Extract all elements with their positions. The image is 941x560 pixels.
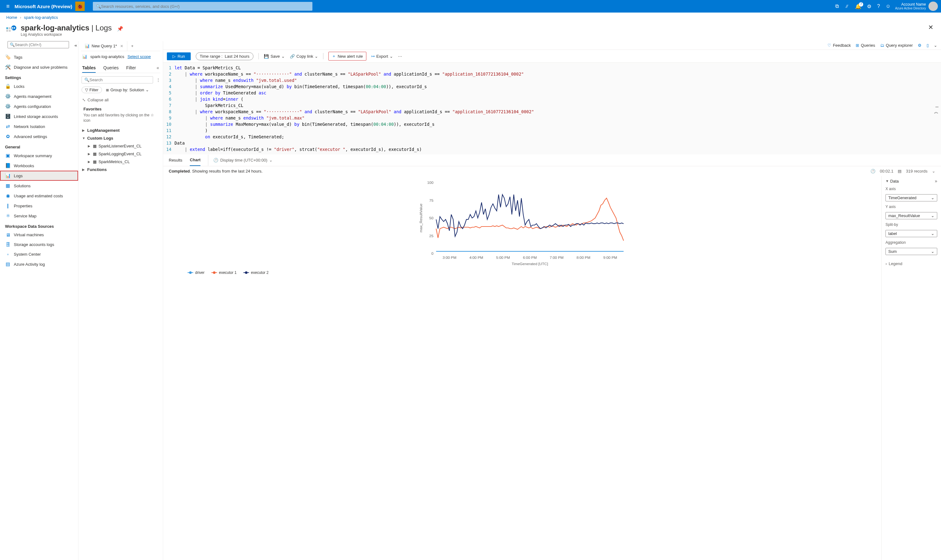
save-button[interactable]: 💾Save ⌄: [264, 54, 285, 58]
sidebar-item-system-center[interactable]: ▫System Center: [0, 249, 78, 259]
chart-container: 02550751003:00 PM4:00 PM5:00 PM6:00 PM7:…: [163, 176, 941, 560]
tab-tables[interactable]: Tables: [82, 63, 96, 73]
sidebar-item-locks[interactable]: 🔒Locks: [0, 81, 78, 91]
display-time-select[interactable]: 🕐Display time (UTC+00:00) ⌄: [208, 155, 272, 166]
tables-search-input[interactable]: [89, 77, 150, 82]
topbar-actions: ⧉ ⫽ 🔔7 ⚙ ? ☺: [835, 3, 890, 9]
breadcrumb-home[interactable]: Home: [6, 15, 17, 20]
svg-rect-2: [9, 27, 11, 29]
directory-filter-icon[interactable]: ⫽: [844, 3, 849, 9]
main: 🔍 « 🏷️Tags🛠️Diagnose and solve problemsS…: [0, 41, 941, 560]
global-search-input[interactable]: [101, 4, 309, 9]
sidebar-item-usage-and-estimated-costs[interactable]: ◉Usage and estimated costs: [0, 191, 78, 201]
query-editor[interactable]: 1234567891011121314 let Data = SparkMetr…: [163, 63, 941, 154]
tree-customlogs[interactable]: ▼Custom Logs: [81, 134, 160, 142]
aggregation-select[interactable]: Sum⌄: [886, 248, 937, 255]
sidebar-item-agents-configuration[interactable]: ⚙️Agents configuration: [0, 102, 78, 111]
gear-icon[interactable]: ⚙: [918, 43, 921, 48]
account-block[interactable]: Account Name Azure Active Directory: [895, 2, 926, 10]
hamburger-icon[interactable]: ≡: [3, 3, 13, 10]
sidebar-item-storage-accounts-logs[interactable]: 🗄Storage accounts logs: [0, 240, 78, 249]
book-icon[interactable]: ▯: [927, 43, 929, 48]
sidebar-item-virtual-machines[interactable]: 🖥Virtual machines: [0, 230, 78, 240]
collapse-config-icon[interactable]: »: [935, 178, 937, 183]
select-scope-link[interactable]: Select scope: [128, 54, 151, 59]
settings-icon[interactable]: ⚙: [867, 3, 871, 9]
new-alert-rule-button[interactable]: ＋New alert rule: [328, 52, 366, 60]
sidebar-item-label: Virtual machines: [14, 232, 44, 237]
query-tab[interactable]: 📊 New Query 1* ✕: [81, 41, 128, 51]
legend-section[interactable]: ›Legend: [886, 262, 937, 266]
sidebar-item-tags[interactable]: 🏷️Tags: [0, 52, 78, 62]
sidebar-item-properties[interactable]: ∥Properties: [0, 201, 78, 211]
y-axis-select[interactable]: max_ResultValue⌄: [886, 212, 937, 219]
search-icon: 🔍: [96, 4, 101, 9]
sidebar-item-diagnose-and-solve-problems[interactable]: 🛠️Diagnose and solve problems: [0, 62, 78, 72]
pin-icon[interactable]: 📌: [117, 26, 123, 31]
collapse-all-button[interactable]: ⤡Collapse all: [81, 96, 160, 104]
svg-text:25: 25: [429, 234, 434, 238]
cloud-shell-icon[interactable]: ⧉: [835, 3, 839, 9]
close-tab-icon[interactable]: ✕: [120, 44, 123, 48]
feedback-button[interactable]: ♡Feedback: [827, 43, 851, 48]
resource-sidebar: 🔍 « 🏷️Tags🛠️Diagnose and solve problemsS…: [0, 41, 78, 560]
sidebar-item-workspace-summary[interactable]: ▣Workspace summary: [0, 151, 78, 161]
sidebar-item-logs[interactable]: 📊Logs: [0, 171, 78, 181]
copy-link-button[interactable]: 🔗Copy link ⌄: [290, 54, 318, 58]
tab-chart[interactable]: Chart: [190, 154, 200, 166]
avatar[interactable]: [929, 2, 938, 11]
sidebar-item-agents-management[interactable]: ⚙️Agents management: [0, 91, 78, 102]
more-options-icon[interactable]: ⋮: [156, 77, 160, 82]
tab-results[interactable]: Results: [169, 155, 182, 166]
sidebar-item-network-isolation[interactable]: ⇄Network Isolation: [0, 122, 78, 131]
query-explorer-button[interactable]: 🗂Query explorer: [880, 43, 913, 48]
x-axis-select[interactable]: TimeGenerated⌄: [886, 194, 937, 202]
chevron-down-icon[interactable]: ⌄: [934, 43, 937, 48]
breadcrumb-current[interactable]: spark-log-analytics: [24, 15, 58, 20]
chevron-down-icon: ⌄: [931, 249, 935, 254]
splitby-select[interactable]: label⌄: [886, 230, 937, 237]
sidebar-item-linked-storage-accounts[interactable]: 🗄️Linked storage accounts: [0, 111, 78, 122]
tab-queries[interactable]: Queries: [103, 63, 118, 73]
svg-text:50: 50: [429, 216, 434, 220]
expand-results-icon[interactable]: ⌄: [932, 169, 935, 174]
groupby-select[interactable]: ≣Group by: Solution ⌄: [106, 88, 149, 92]
sidebar-item-solutions[interactable]: ▦Solutions: [0, 181, 78, 191]
collapse-code-icon[interactable]: —: [935, 103, 938, 110]
queries-button[interactable]: ⊞Queries: [856, 43, 875, 48]
run-button[interactable]: ▷Run: [167, 52, 191, 60]
code-body[interactable]: let Data = SparkMetrics_CL | where works…: [174, 65, 941, 152]
feedback-icon[interactable]: ☺: [886, 3, 890, 9]
sidebar-item-azure-activity-log[interactable]: ▤Azure Activity log: [0, 259, 78, 269]
collapse-sidebar-icon[interactable]: «: [74, 43, 77, 48]
more-icon[interactable]: ⋯: [398, 54, 402, 58]
breadcrumb: Home › spark-log-analytics: [0, 12, 941, 22]
tree-logmanagement[interactable]: ▶LogManagement: [81, 126, 160, 134]
global-search[interactable]: 🔍: [93, 2, 312, 11]
tree-item-SparkLoggingEvent_CL[interactable]: ▶▦SparkLoggingEvent_CL: [81, 150, 160, 158]
filter-button[interactable]: ▽Filter: [81, 86, 102, 93]
page-header: spark-log-analytics | Logs 📌 Log Analyti…: [0, 22, 941, 41]
workspace-icon: 📊: [82, 54, 87, 59]
sidebar-item-service-map[interactable]: ⚛Service Map: [0, 211, 78, 221]
sidebar-search-input[interactable]: [15, 42, 67, 47]
tree-item-SparkListenerEvent_CL[interactable]: ▶▦SparkListenerEvent_CL: [81, 142, 160, 150]
close-blade-icon[interactable]: ✕: [928, 23, 933, 31]
azure-topbar: ≡ Microsoft Azure (Preview) 🐞 🔍 ⧉ ⫽ 🔔7 ⚙…: [0, 0, 941, 12]
preview-bug-icon[interactable]: 🐞: [75, 2, 85, 11]
help-icon[interactable]: ?: [877, 3, 880, 9]
tab-filter[interactable]: Filter: [126, 63, 136, 73]
collapse-panel-icon[interactable]: «: [157, 63, 159, 73]
tables-search[interactable]: 🔍: [81, 76, 153, 83]
tree-item-SparkMetrics_CL[interactable]: ▶▦SparkMetrics_CL: [81, 158, 160, 166]
sidebar-item-workbooks[interactable]: 📘Workbooks: [0, 161, 78, 171]
notifications-icon[interactable]: 🔔7: [855, 3, 861, 9]
time-range-select[interactable]: Time range : Last 24 hours: [196, 52, 254, 60]
sidebar-item-advanced-settings[interactable]: ✿Advanced settings: [0, 131, 78, 142]
export-button[interactable]: ↦Export ⌄: [371, 54, 393, 58]
tree-functions[interactable]: ▶Functions: [81, 166, 160, 174]
add-tab-button[interactable]: +: [128, 41, 137, 51]
sidebar-search[interactable]: 🔍: [8, 41, 69, 48]
svg-text:6:00 PM: 6:00 PM: [523, 255, 537, 260]
svg-text:8:00 PM: 8:00 PM: [577, 255, 590, 260]
